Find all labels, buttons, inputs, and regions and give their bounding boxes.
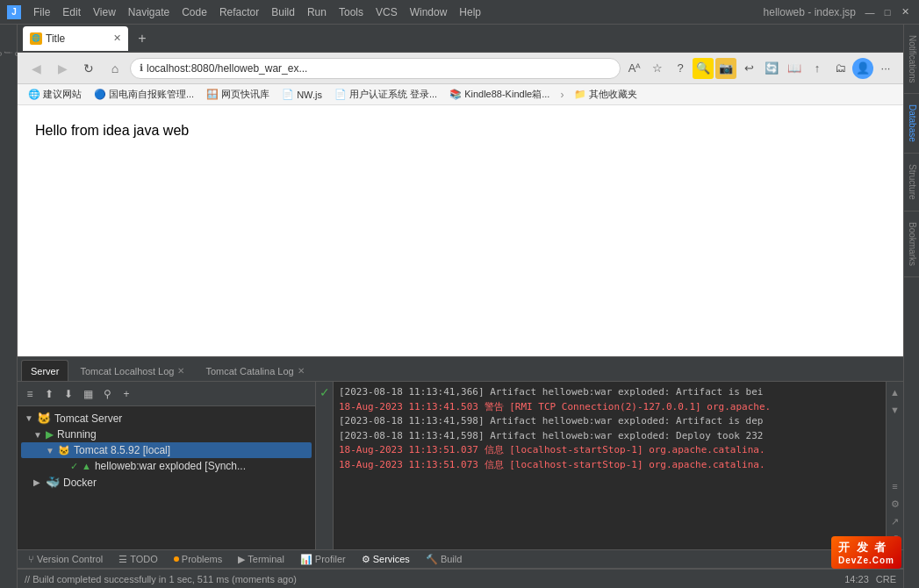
- watermark-line2: DevZe.Com: [838, 556, 894, 565]
- refresh-button[interactable]: ↻: [77, 57, 100, 80]
- arrow-icon-running: ▼: [33, 430, 42, 440]
- address-bar[interactable]: ℹ localhost:8080/helloweb_war_ex...: [130, 58, 621, 79]
- bookmark-news[interactable]: 🪟 网页快讯库: [201, 87, 275, 102]
- bookmark-label-2: 国电南自报账管理...: [109, 88, 194, 101]
- bookmark-label: 建议网站: [43, 88, 82, 101]
- new-tab-button[interactable]: +: [132, 28, 153, 49]
- bookmark-auth[interactable]: 📄 用户认证系统 登录...: [329, 87, 442, 102]
- reload-button[interactable]: ↩: [738, 58, 759, 79]
- log-icon-3[interactable]: ↗: [888, 514, 902, 528]
- menu-build[interactable]: Build: [266, 4, 300, 20]
- menu-navigate[interactable]: Navigate: [123, 4, 175, 20]
- log-icon-2[interactable]: ⚙: [888, 497, 902, 511]
- home-button[interactable]: ⌂: [104, 57, 126, 80]
- browser-wrapper: 🌐 Title ✕ + ◀ ▶ ↻ ⌂ ℹ localhost:8080/hel…: [18, 25, 903, 356]
- terminal-icon: ▶: [238, 554, 245, 565]
- left-panel: Project: [0, 25, 18, 588]
- tree-tomcat-version[interactable]: ▼ 🐱 Tomcat 8.5.92 [local]: [21, 442, 312, 458]
- menu-help[interactable]: Help: [454, 4, 486, 20]
- tool-tab-profiler[interactable]: 📊 Profiler: [293, 550, 353, 568]
- bookmark-others[interactable]: 📁 其他收藏夹: [569, 87, 643, 102]
- log-line: 18-Aug-2023 11:13:51.073 信息 [localhost-s…: [339, 458, 880, 473]
- catalina-log-close[interactable]: ✕: [298, 366, 305, 376]
- tool-tab-build[interactable]: 🔨 Build: [419, 550, 469, 568]
- menu-code[interactable]: Code: [176, 4, 212, 20]
- panel-tab-localhost-log[interactable]: Tomcat Localhost Log ✕: [70, 360, 194, 381]
- browser-actions: Aᴬ ☆ ? 🔍 📷 ↩ 🔄 📖 ↑ 🗂 👤 ···: [624, 58, 896, 79]
- close-button[interactable]: ✕: [898, 5, 912, 19]
- minimize-button[interactable]: —: [863, 5, 877, 19]
- tree-toolbar-btn-add[interactable]: +: [118, 385, 135, 403]
- profile-button[interactable]: 👤: [852, 58, 873, 79]
- maximize-button[interactable]: □: [880, 5, 894, 19]
- favorites-button[interactable]: ☆: [647, 58, 668, 79]
- menu-refactor[interactable]: Refactor: [214, 4, 264, 20]
- bookmark-guodian[interactable]: 🔵 国电南自报账管理...: [89, 87, 199, 102]
- bookmark-nwjs[interactable]: 📄 NW.js: [276, 88, 327, 101]
- scroll-down-icon[interactable]: ▼: [888, 403, 902, 417]
- tree-toolbar-btn-3[interactable]: ⬇: [60, 385, 77, 403]
- menu-run[interactable]: Run: [302, 4, 332, 20]
- bookmarks-bar: 🌐 建议网站 🔵 国电南自报账管理... 🪟 网页快讯库 📄 NW.js 📄: [18, 84, 903, 105]
- tree-running[interactable]: ▼ ▶ Running: [21, 427, 312, 442]
- bookmarks-tab[interactable]: Bookmarks: [904, 212, 919, 277]
- log-icon-1[interactable]: ≡: [888, 479, 902, 493]
- sync-button[interactable]: 🔄: [761, 58, 782, 79]
- forward-button[interactable]: ▶: [51, 57, 74, 80]
- tool-tab-version-control[interactable]: ⑂ Version Control: [21, 550, 110, 568]
- services-icon: ⚙: [362, 554, 370, 565]
- menu-tools[interactable]: Tools: [334, 4, 369, 20]
- more-button[interactable]: ···: [875, 58, 896, 79]
- server-tab-label: Server: [31, 366, 59, 376]
- share-button[interactable]: ↑: [807, 58, 828, 79]
- vc-icon: ⑂: [28, 554, 34, 564]
- log-panel: ✓ [2023-08-18 11:13:41,366] Artifact hel…: [316, 382, 903, 549]
- capture-button[interactable]: 📷: [715, 58, 736, 79]
- tree-toolbar-btn-filter[interactable]: ⚲: [98, 385, 116, 403]
- address-info-icon: ℹ: [140, 62, 143, 74]
- browser-tab-active[interactable]: 🌐 Title ✕: [23, 26, 128, 51]
- bookmark-suggest[interactable]: 🌐 建议网站: [23, 87, 87, 102]
- profiler-icon: 📊: [300, 554, 312, 565]
- url-text: localhost:8080/helloweb_war_ex...: [147, 62, 307, 75]
- bookmark-label-3: 网页快讯库: [221, 88, 269, 101]
- structure-tab[interactable]: Structure: [904, 154, 919, 212]
- help-button[interactable]: ?: [670, 58, 691, 79]
- tool-tab-services[interactable]: ⚙ Services: [355, 550, 417, 568]
- bookmark-icon: 🌐: [28, 89, 40, 100]
- bookmark-kindle[interactable]: 📚 Kindle88-Kindle箱...: [444, 87, 555, 102]
- tree-toolbar-btn-4[interactable]: ▦: [79, 385, 97, 403]
- services-label: Services: [373, 554, 410, 564]
- menu-edit[interactable]: Edit: [57, 4, 86, 20]
- menu-window[interactable]: Window: [405, 4, 453, 20]
- bookmark-label-5: 用户认证系统 登录...: [349, 88, 437, 101]
- back-button[interactable]: ◀: [25, 57, 47, 80]
- tree-toolbar-btn-2[interactable]: ⬆: [40, 385, 58, 403]
- tree-docker[interactable]: ▶ 🐳 Docker: [21, 474, 312, 491]
- helloweb-icon: ✓: [70, 461, 78, 472]
- window-title: helloweb - index.jsp: [764, 6, 856, 18]
- tool-tab-todo[interactable]: ☰ TODO: [111, 550, 165, 568]
- collections-button[interactable]: 🗂: [829, 58, 851, 79]
- database-tab[interactable]: Database: [904, 94, 919, 154]
- tree-tomcat-server[interactable]: ▼ 🐱 Tomcat Server: [21, 410, 312, 427]
- tree-helloweb[interactable]: ✓ ▲ helloweb:war exploded [Synch...: [21, 458, 312, 474]
- tree-toolbar-btn-1[interactable]: ≡: [21, 385, 39, 403]
- notifications-tab[interactable]: Notifications: [904, 25, 919, 94]
- bookmark-icon-5: 📄: [334, 89, 347, 100]
- tool-tab-problems[interactable]: Problems: [167, 550, 229, 568]
- search-highlight-button[interactable]: 🔍: [693, 58, 714, 79]
- panel-tab-server[interactable]: Server: [21, 360, 68, 381]
- menu-file[interactable]: File: [28, 4, 55, 20]
- tool-tab-terminal[interactable]: ▶ Terminal: [231, 550, 291, 568]
- scroll-up-icon[interactable]: ▲: [888, 385, 902, 399]
- project-icon[interactable]: Project: [1, 28, 17, 81]
- menu-vcs[interactable]: VCS: [370, 4, 403, 20]
- panel-tab-catalina-log[interactable]: Tomcat Catalina Log ✕: [196, 360, 313, 381]
- tab-close-button[interactable]: ✕: [113, 32, 121, 44]
- reader-button[interactable]: 📖: [784, 58, 805, 79]
- read-mode-button[interactable]: Aᴬ: [624, 58, 645, 79]
- localhost-log-close[interactable]: ✕: [177, 366, 184, 376]
- menu-view[interactable]: View: [88, 4, 121, 20]
- bookmark-icon-4: 📄: [282, 89, 294, 100]
